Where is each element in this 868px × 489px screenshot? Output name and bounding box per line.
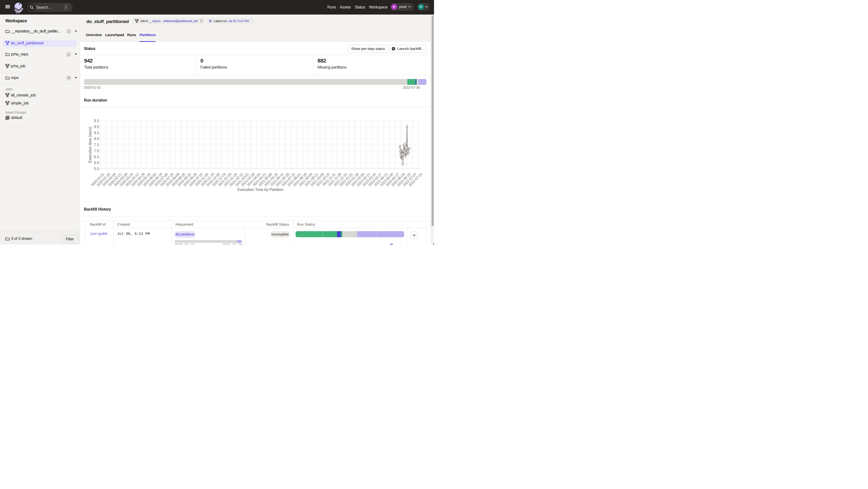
svg-text:9.5: 9.5 (94, 119, 99, 123)
svg-text:7.5: 7.5 (94, 143, 99, 147)
svg-text:6.0: 6.0 (94, 161, 99, 165)
svg-text:8.5: 8.5 (94, 131, 99, 135)
svg-text:9.0: 9.0 (94, 125, 99, 129)
svg-text:5.5: 5.5 (94, 167, 99, 171)
svg-text:6.5: 6.5 (94, 155, 99, 159)
svg-text:7.0: 7.0 (94, 149, 99, 153)
svg-text:Execution Time by Partition: Execution Time by Partition (237, 188, 283, 192)
svg-text:8.0: 8.0 (94, 137, 99, 141)
svg-text:Execution time (secs): Execution time (secs) (88, 127, 92, 163)
